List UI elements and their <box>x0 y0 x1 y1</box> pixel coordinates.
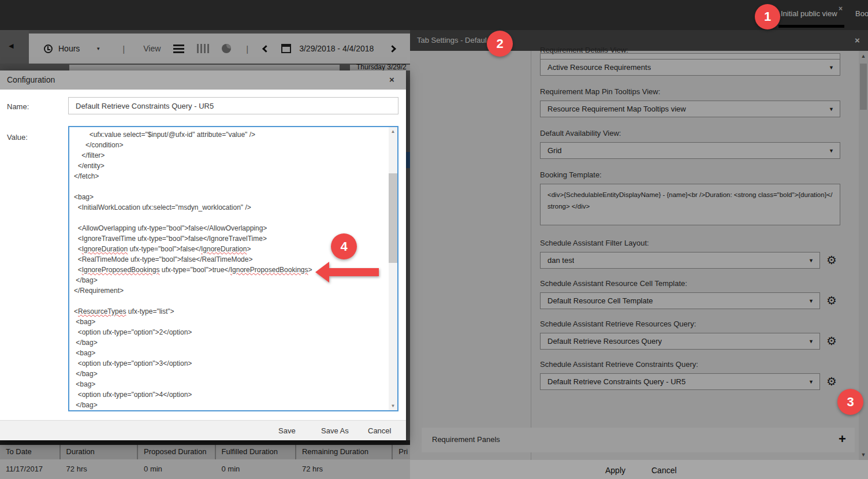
annotation-arrow <box>312 259 382 285</box>
configuration-dialog-footer: Save Save As Cancel <box>0 420 406 440</box>
scroll-up-icon[interactable]: ▲ <box>389 129 397 134</box>
close-icon[interactable]: × <box>389 75 394 84</box>
scroll-down-icon[interactable]: ▼ <box>389 403 397 409</box>
annotation-badge-2: 2 <box>487 31 513 57</box>
annotation-badge-1: 1 <box>755 4 780 29</box>
name-input[interactable]: Default Retrieve Constraints Query - UR5 <box>68 97 398 114</box>
name-label: Name: <box>7 102 29 111</box>
scrollbar-thumb[interactable] <box>389 173 397 263</box>
value-label: Value: <box>7 133 28 142</box>
annotation-badge-3: 3 <box>837 389 863 415</box>
annotation-badge-4: 4 <box>331 233 357 259</box>
cancel-button[interactable]: Cancel <box>368 426 391 435</box>
save-button[interactable]: Save <box>278 426 296 435</box>
save-as-button[interactable]: Save As <box>321 426 349 435</box>
value-scrollbar[interactable]: ▲ ▼ <box>389 127 397 410</box>
configuration-dialog-header: Configuration × <box>0 70 406 90</box>
app-root: Initial public view × Boo ◀ Hours ▼ | Vi… <box>0 0 868 479</box>
configuration-dialog-title: Configuration <box>7 75 55 84</box>
